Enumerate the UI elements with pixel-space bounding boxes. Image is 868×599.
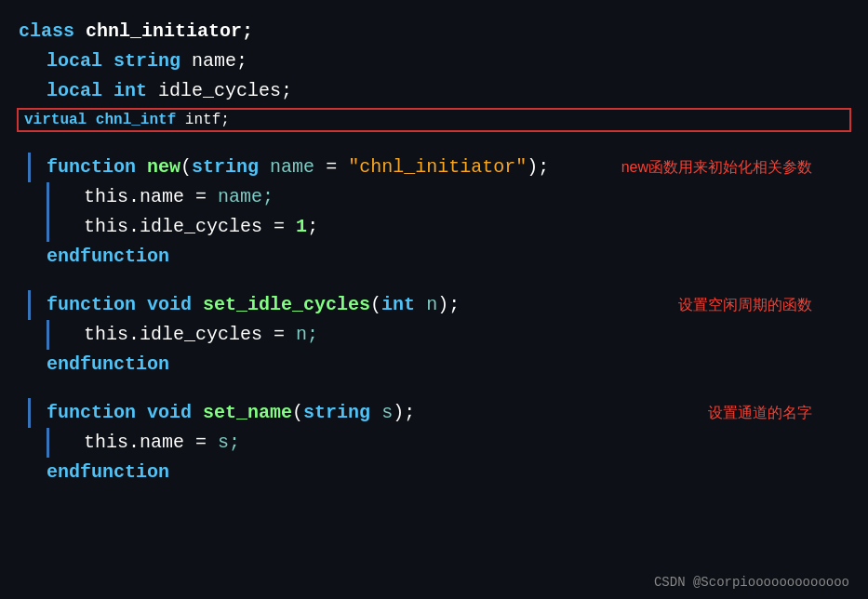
func-name-set-name: set_name xyxy=(203,398,292,428)
dot-2: . xyxy=(128,212,140,242)
paren-5: ( xyxy=(292,398,303,428)
keyword-function-3: function xyxy=(47,398,136,428)
left-bar-3 xyxy=(47,212,49,242)
gap-2 xyxy=(0,272,868,290)
line-func-new: function new(string name = "chnl_initiat… xyxy=(0,153,868,182)
keyword-void-1: void xyxy=(147,290,192,320)
prop-name-2: name xyxy=(140,428,184,458)
keyword-virtual: virtual xyxy=(24,112,87,128)
paren-3: ( xyxy=(370,290,381,320)
code-container: class chnl_initiator; local string name;… xyxy=(0,0,868,599)
param-n: n xyxy=(426,290,437,320)
keyword-string-3: string xyxy=(303,398,370,428)
val-name-1: name; xyxy=(218,182,274,212)
dot-1: . xyxy=(128,182,140,212)
keyword-string-2: string xyxy=(192,153,259,182)
line-endfunction-2: endfunction xyxy=(0,350,868,379)
equals-1: = xyxy=(326,153,337,182)
string-val-1: "chnl_initiator" xyxy=(348,153,527,182)
line-func-set-idle: function void set_idle_cycles(int n); 设置… xyxy=(0,290,868,320)
keyword-function-1: function xyxy=(47,153,136,182)
left-bar-5 xyxy=(47,320,49,350)
line-endfunction-3: endfunction xyxy=(0,458,868,487)
left-bar-4 xyxy=(28,290,31,320)
prop-idle-1: idle_cycles xyxy=(140,212,262,242)
line-this-idle-1: this.idle_cycles = 1; xyxy=(0,212,868,242)
equals-3: = xyxy=(274,212,285,242)
keyword-local-2: local xyxy=(47,76,102,106)
keyword-endfunction-3: endfunction xyxy=(47,458,169,487)
gap-1 xyxy=(0,134,868,153)
paren-1: ( xyxy=(180,153,192,182)
line-func-set-name: function void set_name(string s); 设置通道的名… xyxy=(0,398,868,428)
val-n: n; xyxy=(296,320,318,350)
number-1: 1 xyxy=(296,212,307,242)
comment-new-func: new函数用来初始化相关参数 xyxy=(621,153,812,182)
watermark: CSDN @Scorpiooooooooooooo xyxy=(654,575,849,590)
keyword-endfunction-1: endfunction xyxy=(47,242,169,272)
line-endfunction-1: endfunction xyxy=(0,242,868,272)
left-bar-2 xyxy=(47,182,49,212)
equals-5: = xyxy=(195,428,207,458)
keyword-endfunction-2: endfunction xyxy=(47,350,169,379)
keyword-int: int xyxy=(114,76,147,106)
left-bar-1 xyxy=(28,153,31,182)
gap-3 xyxy=(0,379,868,398)
line-local-string: local string name; xyxy=(0,47,868,76)
left-bar-7 xyxy=(47,428,49,458)
paren-4: ); xyxy=(437,290,460,320)
val-s: s; xyxy=(218,428,240,458)
paren-6: ); xyxy=(393,398,415,428)
line-class-decl: class chnl_initiator; xyxy=(0,17,868,47)
keyword-local-1: local xyxy=(47,47,102,76)
equals-4: = xyxy=(274,320,285,350)
comment-set-idle: 设置空闲周期的函数 xyxy=(678,290,812,320)
var-intf: intf; xyxy=(185,112,230,128)
prop-name-1: name xyxy=(140,182,184,212)
dot-4: . xyxy=(128,428,140,458)
dot-3: . xyxy=(128,320,140,350)
line-this-name-1: this.name = name; xyxy=(0,182,868,212)
var-idle-cycles: idle_cycles; xyxy=(158,76,292,106)
func-name-set-idle: set_idle_cycles xyxy=(203,290,370,320)
left-bar-6 xyxy=(28,398,31,428)
line-local-int: local int idle_cycles; xyxy=(0,76,868,106)
semi-1: ; xyxy=(307,212,318,242)
comment-set-name: 设置通道的名字 xyxy=(708,398,812,428)
keyword-function-2: function xyxy=(47,290,136,320)
keyword-string-1: string xyxy=(114,47,180,76)
func-name-new: new xyxy=(147,153,180,182)
keyword-void-2: void xyxy=(147,398,192,428)
class-name-chnl-initiator: chnl_initiator; xyxy=(86,17,253,47)
keyword-class: class xyxy=(19,17,74,47)
line-this-name-2: this.name = s; xyxy=(0,428,868,458)
keyword-this-2: this xyxy=(84,212,128,242)
keyword-this-4: this xyxy=(84,428,128,458)
equals-2: = xyxy=(195,182,207,212)
keyword-this-3: this xyxy=(84,320,128,350)
line-this-idle-2: this.idle_cycles = n; xyxy=(0,320,868,350)
prop-idle-2: idle_cycles xyxy=(140,320,262,350)
line-virtual-highlighted: virtual chnl_intf intf; xyxy=(17,108,851,132)
var-name-1: name; xyxy=(192,47,247,76)
type-chnl-intf: chnl_intf xyxy=(96,112,176,128)
keyword-int-2: int xyxy=(381,290,415,320)
paren-2: ); xyxy=(527,153,549,182)
param-s: s xyxy=(381,398,393,428)
param-name-1: name xyxy=(270,153,314,182)
keyword-this-1: this xyxy=(84,182,128,212)
